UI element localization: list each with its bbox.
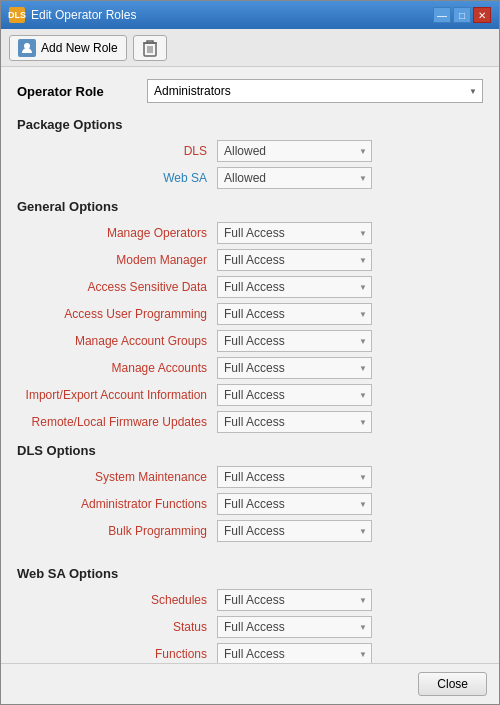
access-sensitive-select-wrapper: Full AccessRead OnlyNo Access xyxy=(217,276,372,298)
general-options-section: General Options Manage Operators Full Ac… xyxy=(17,199,483,433)
add-role-label: Add New Role xyxy=(41,41,118,55)
import-export-select-wrapper: Full AccessRead OnlyNo Access xyxy=(217,384,372,406)
package-options-section: Package Options DLS Allowed Not Allowed … xyxy=(17,117,483,189)
modem-manager-row: Modem Manager Full AccessRead OnlyNo Acc… xyxy=(17,249,483,271)
websa-select-wrapper: Allowed Not Allowed xyxy=(217,167,372,189)
access-sensitive-row: Access Sensitive Data Full AccessRead On… xyxy=(17,276,483,298)
modem-manager-select[interactable]: Full AccessRead OnlyNo Access xyxy=(217,249,372,271)
schedules-select-wrapper: Full AccessRead OnlyNo Access xyxy=(217,589,372,611)
access-sensitive-label: Access Sensitive Data xyxy=(17,280,217,294)
admin-functions-row: Administrator Functions Full AccessRead … xyxy=(17,493,483,515)
import-export-label: Import/Export Account Information xyxy=(17,388,217,402)
minimize-button[interactable]: — xyxy=(433,7,451,23)
functions-label: Functions xyxy=(17,647,217,661)
general-options-header: General Options xyxy=(17,199,483,214)
websa-options-header: Web SA Options xyxy=(17,566,483,581)
firmware-updates-select-wrapper: Full AccessRead OnlyNo Access xyxy=(217,411,372,433)
dls-select[interactable]: Allowed Not Allowed xyxy=(217,140,372,162)
bulk-programming-label: Bulk Programming xyxy=(17,524,217,538)
status-select[interactable]: Full AccessRead OnlyNo Access xyxy=(217,616,372,638)
firmware-updates-row: Remote/Local Firmware Updates Full Acces… xyxy=(17,411,483,433)
operator-role-row: Operator Role Administrators Operators V… xyxy=(17,79,483,103)
add-role-button[interactable]: Add New Role xyxy=(9,35,127,61)
bulk-programming-select[interactable]: Full AccessRead OnlyNo Access xyxy=(217,520,372,542)
maximize-button[interactable]: □ xyxy=(453,7,471,23)
firmware-updates-select[interactable]: Full AccessRead OnlyNo Access xyxy=(217,411,372,433)
access-user-select[interactable]: Full AccessRead OnlyNo Access xyxy=(217,303,372,325)
websa-label: Web SA xyxy=(17,171,217,185)
system-maintenance-select[interactable]: Full AccessRead OnlyNo Access xyxy=(217,466,372,488)
status-select-wrapper: Full AccessRead OnlyNo Access xyxy=(217,616,372,638)
admin-functions-select[interactable]: Full AccessRead OnlyNo Access xyxy=(217,493,372,515)
footer: Close xyxy=(1,663,499,704)
dls-options-header: DLS Options xyxy=(17,443,483,458)
websa-pkg-row: Web SA Allowed Not Allowed xyxy=(17,167,483,189)
main-window: DLS Edit Operator Roles — □ ✕ Add New Ro… xyxy=(0,0,500,705)
access-user-row: Access User Programming Full AccessRead … xyxy=(17,303,483,325)
schedules-select[interactable]: Full AccessRead OnlyNo Access xyxy=(217,589,372,611)
functions-row: Functions Full AccessRead OnlyNo Access xyxy=(17,643,483,663)
import-export-row: Import/Export Account Information Full A… xyxy=(17,384,483,406)
system-maintenance-label: System Maintenance xyxy=(17,470,217,484)
manage-operators-label: Manage Operators xyxy=(17,226,217,240)
window-controls: — □ ✕ xyxy=(433,7,491,23)
dls-label: DLS xyxy=(17,144,217,158)
status-label: Status xyxy=(17,620,217,634)
admin-functions-label: Administrator Functions xyxy=(17,497,217,511)
system-maintenance-row: System Maintenance Full AccessRead OnlyN… xyxy=(17,466,483,488)
manage-account-groups-select-wrapper: Full AccessRead OnlyNo Access xyxy=(217,330,372,352)
dls-select-wrapper: Allowed Not Allowed xyxy=(217,140,372,162)
bulk-programming-select-wrapper: Full AccessRead OnlyNo Access xyxy=(217,520,372,542)
app-icon: DLS xyxy=(9,7,25,23)
operator-role-select-wrapper: Administrators Operators Viewers xyxy=(147,79,483,103)
add-role-icon xyxy=(18,39,36,57)
delete-role-button[interactable] xyxy=(133,35,167,61)
window-title: Edit Operator Roles xyxy=(31,8,136,22)
import-export-select[interactable]: Full AccessRead OnlyNo Access xyxy=(217,384,372,406)
firmware-updates-label: Remote/Local Firmware Updates xyxy=(17,415,217,429)
websa-select[interactable]: Allowed Not Allowed xyxy=(217,167,372,189)
manage-account-groups-row: Manage Account Groups Full AccessRead On… xyxy=(17,330,483,352)
manage-operators-select-wrapper: Full AccessRead OnlyNo Access xyxy=(217,222,372,244)
schedules-row: Schedules Full AccessRead OnlyNo Access xyxy=(17,589,483,611)
status-row: Status Full AccessRead OnlyNo Access xyxy=(17,616,483,638)
access-user-select-wrapper: Full AccessRead OnlyNo Access xyxy=(217,303,372,325)
operator-role-select[interactable]: Administrators Operators Viewers xyxy=(147,79,483,103)
operator-role-label: Operator Role xyxy=(17,84,147,99)
manage-account-groups-label: Manage Account Groups xyxy=(17,334,217,348)
content-area: Operator Role Administrators Operators V… xyxy=(1,67,499,663)
titlebar: DLS Edit Operator Roles — □ ✕ xyxy=(1,1,499,29)
manage-accounts-select[interactable]: Full AccessRead OnlyNo Access xyxy=(217,357,372,379)
manage-accounts-row: Manage Accounts Full AccessRead OnlyNo A… xyxy=(17,357,483,379)
modem-manager-label: Modem Manager xyxy=(17,253,217,267)
manage-accounts-label: Manage Accounts xyxy=(17,361,217,375)
access-user-label: Access User Programming xyxy=(17,307,217,321)
functions-select[interactable]: Full AccessRead OnlyNo Access xyxy=(217,643,372,663)
manage-operators-row: Manage Operators Full AccessRead OnlyNo … xyxy=(17,222,483,244)
dls-pkg-row: DLS Allowed Not Allowed xyxy=(17,140,483,162)
dls-options-section: DLS Options System Maintenance Full Acce… xyxy=(17,443,483,542)
manage-operators-select[interactable]: Full AccessRead OnlyNo Access xyxy=(217,222,372,244)
package-options-header: Package Options xyxy=(17,117,483,132)
manage-accounts-select-wrapper: Full AccessRead OnlyNo Access xyxy=(217,357,372,379)
websa-options-section: Web SA Options Schedules Full AccessRead… xyxy=(17,566,483,663)
toolbar: Add New Role xyxy=(1,29,499,67)
manage-account-groups-select[interactable]: Full AccessRead OnlyNo Access xyxy=(217,330,372,352)
bulk-programming-row: Bulk Programming Full AccessRead OnlyNo … xyxy=(17,520,483,542)
access-sensitive-select[interactable]: Full AccessRead OnlyNo Access xyxy=(217,276,372,298)
titlebar-left: DLS Edit Operator Roles xyxy=(9,7,136,23)
system-maintenance-select-wrapper: Full AccessRead OnlyNo Access xyxy=(217,466,372,488)
schedules-label: Schedules xyxy=(17,593,217,607)
modem-manager-select-wrapper: Full AccessRead OnlyNo Access xyxy=(217,249,372,271)
functions-select-wrapper: Full AccessRead OnlyNo Access xyxy=(217,643,372,663)
close-button[interactable]: Close xyxy=(418,672,487,696)
window-close-button[interactable]: ✕ xyxy=(473,7,491,23)
admin-functions-select-wrapper: Full AccessRead OnlyNo Access xyxy=(217,493,372,515)
